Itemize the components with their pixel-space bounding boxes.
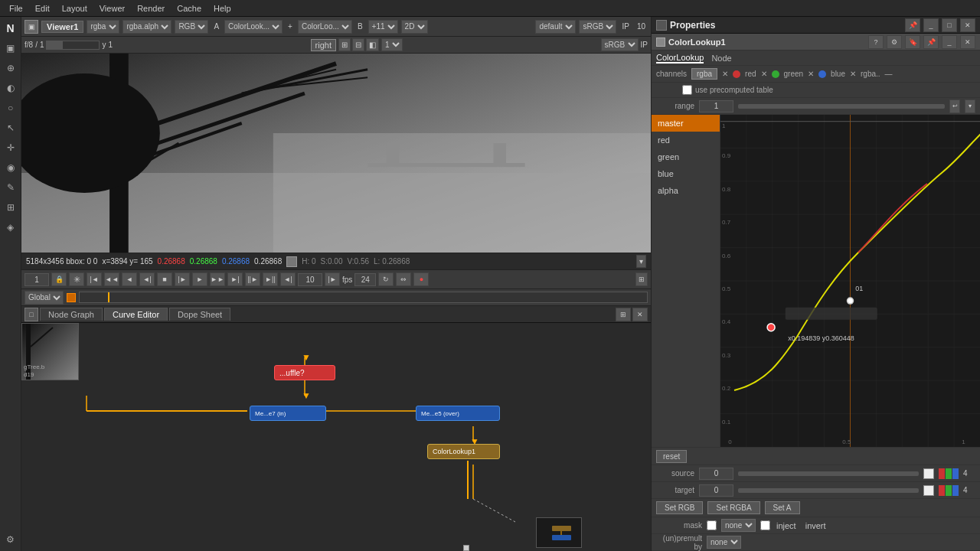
menu-file[interactable]: File [3, 2, 29, 15]
cl-help-btn[interactable]: ? [868, 35, 884, 49]
ptab-colorlookup[interactable]: ColorLookup [656, 53, 704, 64]
view-toggle-btn[interactable]: ⊞ [338, 38, 351, 51]
ch-master[interactable]: master [652, 115, 720, 132]
eye-icon[interactable]: ◉ [2, 159, 19, 176]
ch-green[interactable]: green [652, 148, 720, 165]
play-btn[interactable]: ► [192, 272, 207, 286]
lock-btn[interactable]: 🔒 [51, 272, 67, 286]
ptab-node[interactable]: Node [711, 54, 731, 63]
target-swatch[interactable] [923, 485, 934, 496]
node-shuffle[interactable]: ...uffle? [274, 365, 335, 380]
source-input[interactable] [699, 468, 733, 480]
target-slider[interactable] [738, 488, 919, 493]
unpremult-select[interactable]: none [707, 536, 741, 549]
props-minimize-btn[interactable]: _ [923, 18, 939, 32]
menu-viewer[interactable]: Viewer [93, 2, 131, 15]
pin-icon[interactable]: ◈ [2, 219, 19, 236]
range-reset-btn[interactable]: ↩ [949, 99, 960, 113]
channels-rgba-btn[interactable]: rgba [691, 68, 717, 80]
move-icon[interactable]: ✛ [2, 139, 19, 156]
one3-select[interactable]: 1 [381, 38, 403, 51]
rgba-select[interactable]: rgba [87, 20, 119, 34]
ch-alpha[interactable]: alpha [652, 182, 720, 199]
menu-edit[interactable]: Edit [29, 2, 56, 15]
props-maximize-btn[interactable]: □ [942, 18, 957, 32]
source-swatch[interactable] [923, 468, 934, 479]
default-select[interactable]: default [535, 20, 576, 34]
rgba-extra-remove-btn[interactable]: ✕ [850, 70, 856, 78]
tab-curve-editor[interactable]: Curve Editor [104, 308, 168, 321]
srgb-viewer-select[interactable]: sRGB [601, 38, 639, 51]
reset-btn[interactable]: reset [656, 450, 687, 463]
ch-blue[interactable]: blue [652, 165, 720, 182]
node-merge7in[interactable]: Me...e7 (in) [250, 406, 326, 421]
go-end-btn[interactable]: ►| [227, 272, 243, 286]
prev-frame-btn[interactable]: ◄| [280, 272, 296, 286]
range-expand-btn[interactable]: ▾ [965, 99, 975, 113]
green-remove-btn[interactable]: ✕ [761, 70, 767, 78]
status-expand-btn[interactable]: ▾ [636, 255, 646, 268]
cl-pin-btn[interactable]: 📌 [923, 35, 939, 49]
last-remove-btn[interactable]: — [885, 70, 893, 78]
transform-icon[interactable]: ⊕ [2, 60, 19, 77]
slow-fwd-btn[interactable]: |► [175, 272, 190, 286]
select-icon[interactable]: ↖ [2, 119, 19, 136]
loop-btn[interactable]: ✳ [69, 272, 84, 286]
global-select[interactable]: Global [24, 291, 64, 305]
split-btn[interactable]: ⊟ [352, 38, 364, 51]
menu-cache[interactable]: Cache [171, 2, 207, 15]
cl-minimize-btn[interactable]: _ [942, 35, 957, 49]
ch-red[interactable]: red [652, 132, 720, 148]
source-slider[interactable] [738, 471, 919, 476]
loop-cycle-btn[interactable]: ↻ [378, 272, 394, 286]
go-start-btn[interactable]: |◄ [87, 272, 102, 286]
menu-layout[interactable]: Layout [56, 2, 93, 15]
props-pin-btn[interactable]: 📌 [905, 18, 920, 32]
menu-help[interactable]: Help [207, 2, 237, 15]
red-remove-btn[interactable]: ✕ [722, 70, 728, 78]
rgb-select[interactable]: RGB [175, 20, 208, 34]
curve-graph[interactable]: 1 0.9 0.8 0.7 0.6 0.5 0.4 0.3 0.2 0.1 0.… [720, 115, 980, 447]
step-back-btn[interactable]: ◄ [122, 272, 137, 286]
grid-icon[interactable]: ⊞ [2, 199, 19, 216]
view-icon[interactable]: ▣ [2, 40, 19, 57]
colorlook-b-select[interactable]: ColorLoo... [298, 20, 352, 34]
props-close-btn[interactable]: ✕ [960, 18, 975, 32]
node-graph[interactable]: d19 gTree.b [21, 323, 651, 551]
fast-fwd-btn[interactable]: ►► [210, 272, 225, 286]
cl-bookmark-btn[interactable]: 🔖 [905, 35, 920, 49]
range-input[interactable] [699, 100, 733, 112]
srgb-select[interactable]: sRGB [579, 20, 616, 34]
tab-node-graph[interactable]: Node Graph [40, 308, 103, 321]
maximize-nodegraph-btn[interactable]: ⊞ [616, 308, 631, 321]
menu-render[interactable]: Render [131, 2, 171, 15]
set-a-btn[interactable]: Set A [765, 501, 800, 514]
mask-select[interactable]: none [721, 519, 756, 532]
timeline-track[interactable] [79, 292, 648, 303]
eleven-select[interactable]: +11 [368, 20, 398, 34]
prev-key-btn[interactable]: ◄◄ [104, 272, 119, 286]
slow-back-btn[interactable]: ◄| [139, 272, 155, 286]
go-end2-btn[interactable]: ||► [245, 272, 260, 286]
mask-checkbox[interactable] [707, 520, 717, 530]
settings-bottom-icon[interactable]: ⚙ [2, 531, 19, 548]
stop-btn[interactable]: ■ [157, 272, 172, 286]
next-frame-btn[interactable]: |► [325, 272, 340, 286]
cl-settings-btn[interactable]: ⚙ [887, 35, 902, 49]
circle-icon[interactable]: ○ [2, 99, 19, 116]
precomputed-checkbox[interactable] [682, 85, 692, 95]
skip-end-btn[interactable]: ►|| [263, 272, 278, 286]
wipe-btn[interactable]: ◧ [366, 38, 379, 51]
color-icon[interactable]: ◐ [2, 80, 19, 96]
bounce-btn[interactable]: ⇔ [396, 272, 411, 286]
cl-close-btn[interactable]: ✕ [960, 35, 975, 49]
record-btn[interactable]: ● [413, 272, 429, 286]
fps-input[interactable] [354, 273, 376, 286]
timeline-expand-btn[interactable]: ⊞ [635, 272, 648, 286]
mask-extra-cb[interactable] [760, 520, 770, 530]
pen-icon[interactable]: ✎ [2, 179, 19, 196]
frame-input[interactable] [24, 273, 49, 286]
blue-remove-btn[interactable]: ✕ [808, 70, 814, 78]
range-slider[interactable] [738, 104, 945, 109]
twod-select[interactable]: 2D [401, 20, 428, 34]
